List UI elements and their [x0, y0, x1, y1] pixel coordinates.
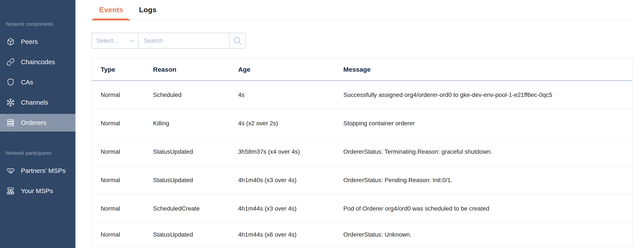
- cell-reason: StatusUpdated: [153, 148, 238, 155]
- active-tab-underline: [92, 18, 131, 20]
- cell-reason: Scheduled: [153, 91, 238, 98]
- cell-age: 4h1m40s (x3 over 4s): [238, 177, 343, 184]
- search-button[interactable]: [230, 33, 245, 48]
- sidebar-item-label: Chaincodes: [21, 58, 55, 66]
- sidebar-item-label: CAs: [21, 79, 33, 86]
- column-header-message: Message: [343, 66, 632, 73]
- column-header-type: Type: [101, 66, 153, 73]
- cell-reason: StatusUpdated: [153, 231, 238, 238]
- table-row: Normal Scheduled 4s Successfully assigne…: [92, 81, 632, 109]
- cell-message: Successfully assigned org4/orderer-ord0 …: [343, 91, 632, 98]
- sidebar-section-label-components: Network components: [6, 21, 76, 27]
- sidebar: Network components Peers Chaincodes CAs: [0, 0, 76, 248]
- search-input[interactable]: [138, 33, 229, 48]
- cell-reason: ScheduledCreate: [153, 205, 238, 212]
- cell-reason: Killing: [153, 120, 238, 127]
- column-header-reason: Reason: [153, 66, 238, 73]
- table-row: Normal StatusUpdated 3h58m37s (x4 over 4…: [92, 138, 632, 166]
- sidebar-item-cas[interactable]: CAs: [0, 73, 76, 91]
- sidebar-item-label: Channels: [21, 99, 48, 106]
- servers-icon: [6, 118, 15, 127]
- cell-message: OrdererStatus: Pending.Reason: Init:0/1.: [343, 177, 632, 184]
- sidebar-item-peers[interactable]: Peers: [0, 33, 76, 51]
- cell-type: Normal: [101, 177, 153, 184]
- hierarchy-icon: [6, 187, 15, 195]
- sidebar-item-partners-msps[interactable]: Partners’ MSPs: [0, 162, 76, 180]
- table-row: Normal StatusUpdated 4h1m40s (x3 over 4s…: [92, 166, 632, 195]
- search-box: [138, 33, 246, 49]
- link-icon: [6, 58, 15, 66]
- sidebar-item-chaincodes[interactable]: Chaincodes: [0, 53, 76, 71]
- sidebar-item-label: Partners’ MSPs: [21, 167, 66, 174]
- sidebar-item-label: Peers: [21, 38, 38, 45]
- cell-type: Normal: [101, 205, 153, 212]
- table-row: Normal ScheduledCreate 4h1m44s (x3 over …: [92, 195, 632, 223]
- main-content: Events Logs Select... Type: [76, 0, 644, 248]
- chevron-down-icon: [128, 37, 135, 44]
- filter-select[interactable]: Select...: [92, 33, 138, 49]
- sidebar-item-channels[interactable]: Channels: [0, 94, 76, 111]
- tab-bar: Events Logs: [92, 0, 633, 20]
- events-table: Type Reason Age Message Normal Scheduled…: [92, 58, 633, 247]
- cell-type: Normal: [101, 231, 153, 238]
- cell-reason: StatusUpdated: [153, 177, 238, 184]
- tab-logs-label: Logs: [139, 5, 156, 14]
- table-header-row: Type Reason Age Message: [92, 58, 632, 81]
- shield-icon: [6, 78, 15, 87]
- column-header-age: Age: [238, 66, 343, 73]
- tab-events[interactable]: Events: [92, 0, 131, 19]
- sidebar-item-your-msps[interactable]: Your MSPs: [0, 182, 76, 200]
- cell-type: Normal: [101, 120, 153, 127]
- table-row: Normal StatusUpdated 4h1m44s (x6 over 4s…: [92, 223, 632, 246]
- cell-message: Pod of Orderer org4/ord0 was scheduled t…: [343, 205, 632, 212]
- filter-select-placeholder: Select...: [96, 37, 118, 44]
- table-row: Normal Killing 4s (x2 over 2s) Stopping …: [92, 109, 632, 138]
- sidebar-item-orderers[interactable]: Orderers: [0, 114, 76, 132]
- cell-message: Stopping container orderer: [343, 120, 632, 127]
- handshake-icon: [6, 166, 15, 175]
- cell-age: 4s: [238, 91, 343, 98]
- cell-type: Normal: [101, 91, 153, 98]
- cell-age: 3h58m37s (x4 over 4s): [238, 148, 343, 155]
- sidebar-item-label: Your MSPs: [21, 187, 53, 195]
- sidebar-item-label: Orderers: [21, 119, 46, 126]
- cell-message: OrdererStatus: Unknown.: [343, 231, 632, 238]
- tab-logs[interactable]: Logs: [138, 0, 157, 19]
- cell-message: OrdererStatus: Terminating.Reason: grace…: [343, 148, 632, 155]
- cell-age: 4s (x2 over 2s): [238, 120, 343, 127]
- tab-events-label: Events: [99, 5, 123, 14]
- cube-icon: [6, 37, 15, 46]
- filter-bar: Select...: [92, 33, 633, 49]
- sidebar-section-label-participants: Network participants: [6, 150, 76, 156]
- search-icon: [233, 36, 242, 45]
- cell-age: 4h1m44s (x6 over 4s): [238, 231, 343, 238]
- cell-type: Normal: [101, 148, 153, 155]
- cell-age: 4h1m44s (x3 over 4s): [238, 205, 343, 212]
- network-icon: [6, 98, 15, 107]
